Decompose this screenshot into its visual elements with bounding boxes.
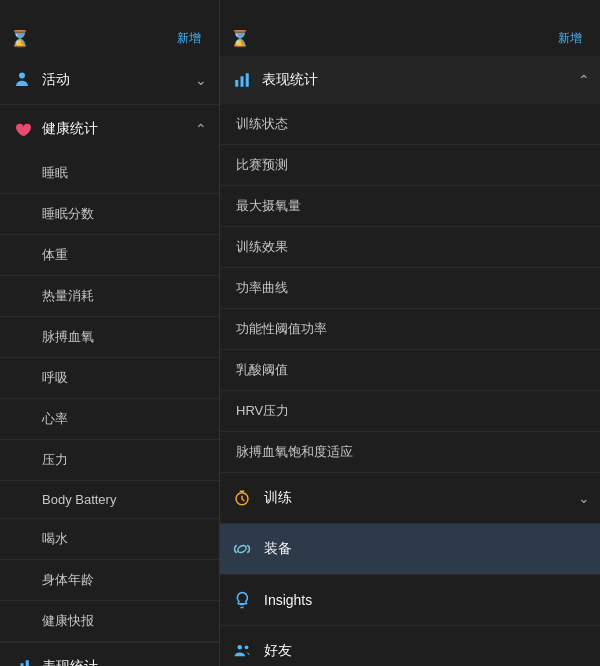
nav-sub-spo2[interactable]: 脉搏血氧: [0, 317, 219, 358]
nav-sub-body-age[interactable]: 身体年龄: [0, 560, 219, 601]
rp-sub-hrv[interactable]: HRV压力: [220, 391, 600, 432]
nav-section-activities: 活动 ⌄: [0, 56, 219, 105]
nav-sub-weight[interactable]: 体重: [0, 235, 219, 276]
nav-sub-breathing[interactable]: 呼吸: [0, 358, 219, 399]
nav-item-activities[interactable]: 活动 ⌄: [0, 56, 219, 104]
nav-perf-label: 表现统计: [42, 658, 193, 666]
chevron-down-icon: ⌄: [193, 72, 209, 88]
rp-insights-label: Insights: [264, 592, 312, 608]
rp-item-equipment[interactable]: 装备: [220, 524, 600, 575]
rp-sub-ftp[interactable]: 功能性阈值功率: [220, 309, 600, 350]
rp-sub-lactate[interactable]: 乳酸阈值: [220, 350, 600, 391]
rp-item-training[interactable]: 训练 ⌄: [220, 473, 600, 524]
nav-sub-health-snapshot[interactable]: 健康快报: [0, 601, 219, 642]
nav-sub-water[interactable]: 喝水: [0, 519, 219, 560]
rp-sub-training-status[interactable]: 训练状态: [220, 104, 600, 145]
chevron-up-icon-right: ⌃: [578, 72, 590, 88]
filter-icon[interactable]: ⌛: [10, 29, 30, 48]
friends-icon: [230, 639, 254, 663]
rp-sub-power-curve[interactable]: 功率曲线: [220, 268, 600, 309]
svg-point-12: [245, 645, 249, 649]
nav-sub-stress[interactable]: 压力: [0, 440, 219, 481]
equipment-icon-right: [230, 537, 254, 561]
right-panel: ⌛ 新增 表现统计 ⌃ 训练状态 比赛预测 最大摄氧量 训练效果 功率曲线 功能…: [220, 0, 600, 666]
rp-training-label: 训练: [264, 489, 292, 507]
rp-item-insights[interactable]: Insights: [220, 575, 600, 626]
nav-sub-heartrate[interactable]: 心率: [0, 399, 219, 440]
rp-sub-spo2-acclimation[interactable]: 脉搏血氧饱和度适应: [220, 432, 600, 473]
nav-section-health: 健康统计 ⌃ 睡眠 睡眠分数 体重 热量消耗 脉搏血氧 呼吸 心率 压力 Bod…: [0, 105, 219, 643]
nav-sub-sleep-score[interactable]: 睡眠分数: [0, 194, 219, 235]
svg-point-10: [237, 544, 248, 554]
nav-sub-sleep[interactable]: 睡眠: [0, 153, 219, 194]
rp-item-friends[interactable]: 好友: [220, 626, 600, 666]
rp-equipment-label: 装备: [264, 540, 292, 558]
nav-health-label: 健康统计: [42, 120, 193, 138]
filter-icon-right[interactable]: ⌛: [230, 29, 250, 48]
rp-item-perf[interactable]: 表现统计 ⌃: [220, 56, 600, 104]
chevron-up-icon: ⌃: [193, 121, 209, 137]
nav-section-perf: 表现统计 ⌄: [0, 643, 219, 666]
svg-rect-6: [235, 80, 238, 87]
svg-rect-3: [26, 660, 29, 666]
left-panel: ⌛ 新增 活动 ⌄ 健康统计 ⌃ 睡眠 睡眠分数 体重 热量消耗 脉搏血氧 呼吸…: [0, 0, 220, 666]
rp-friends-label: 好友: [264, 642, 292, 660]
chart-icon: [10, 655, 34, 666]
left-panel-header: ⌛ 新增: [0, 20, 219, 56]
person-icon: [10, 68, 34, 92]
chart-icon-right: [230, 68, 254, 92]
svg-rect-7: [241, 76, 244, 87]
right-new-button[interactable]: 新增: [550, 26, 590, 51]
rp-perf-label: 表现统计: [262, 71, 578, 89]
chevron-down-icon-training: ⌄: [578, 490, 590, 506]
nav-sub-body-battery[interactable]: Body Battery: [0, 481, 219, 519]
rp-sub-race-prediction[interactable]: 比赛预测: [220, 145, 600, 186]
rp-sub-training-effect[interactable]: 训练效果: [220, 227, 600, 268]
chevron-down-icon: ⌄: [193, 659, 209, 666]
rp-sub-vo2max[interactable]: 最大摄氧量: [220, 186, 600, 227]
svg-rect-8: [246, 73, 249, 87]
right-panel-header: ⌛ 新增: [220, 20, 600, 56]
nav-sub-calories[interactable]: 热量消耗: [0, 276, 219, 317]
svg-point-0: [19, 73, 25, 79]
nav-item-health[interactable]: 健康统计 ⌃: [0, 105, 219, 153]
lightbulb-icon-right: [230, 588, 254, 612]
nav-item-perf[interactable]: 表现统计 ⌄: [0, 643, 219, 666]
left-new-button[interactable]: 新增: [169, 26, 209, 51]
svg-point-11: [238, 645, 243, 650]
timer-icon-right: [230, 486, 254, 510]
heart-icon: [10, 117, 34, 141]
nav-activities-label: 活动: [42, 71, 193, 89]
